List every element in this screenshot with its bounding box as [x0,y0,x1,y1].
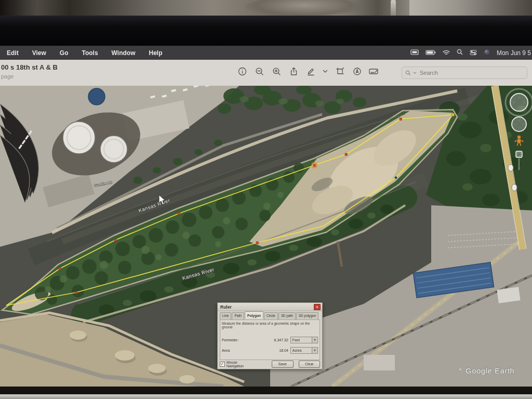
rotate-icon[interactable] [351,64,363,78]
mouse-navigation-label: Mouse Navigation [227,361,255,368]
chevron-down-icon [413,72,417,74]
ruler-dialog-body: Measure the distance or area of a geomet… [220,320,320,360]
save-button[interactable]: Save [272,361,293,368]
menu-view[interactable]: View [25,49,53,57]
monitor-bezel-bottom [0,394,532,399]
menu-help[interactable]: Help [142,49,169,57]
ruler-description: Measure the distance or area of a geomet… [222,322,318,329]
search-icon [405,70,411,76]
document-title: 00 s 18th st A & B [1,63,58,71]
tab-path[interactable]: Path [232,312,244,320]
mouse-navigation-checkbox[interactable]: ✓ [220,362,225,367]
monitor-bezel-top [0,16,532,46]
watermark-dot [459,368,461,370]
ruler-dialog-titlebar[interactable]: Ruler x [218,303,322,311]
tab-3d-polygon[interactable]: 3D polygon [296,312,318,320]
menu-clock[interactable]: Mon Jun 9 5 [497,49,531,57]
perimeter-unit-dropdown[interactable]: Feet ▾ [290,337,318,343]
wifi-icon[interactable] [443,49,450,57]
tab-circle[interactable]: Circle [264,312,278,320]
preview-toolbar: 00 s 18th st A & B page [0,60,532,86]
photo-of-monitor: Edit View Go Tools Window Help Mon Jun 9… [0,0,532,399]
zoom-plus-icon[interactable] [516,151,522,157]
tab-polygon[interactable]: Polygon [245,311,263,318]
markup-icon[interactable] [305,64,316,78]
search-icon[interactable] [457,49,463,57]
area-unit: Acres [291,349,312,352]
ruler-dialog: Ruler x Line Path Polygon Circle 3D path… [217,302,323,369]
polygon-vertex[interactable] [451,113,455,116]
google-earth-map[interactable]: Kansas River Kansas River Sunshine Rd Go… [0,86,532,387]
preview-search-field[interactable] [402,66,527,79]
info-icon[interactable] [236,64,248,78]
share-icon[interactable] [288,64,299,78]
control-center-icon[interactable] [470,49,477,57]
chevron-down-icon[interactable]: ▾ [312,337,317,343]
siri-icon[interactable] [484,49,490,57]
polygon-vertex-blue[interactable] [395,177,397,179]
search-input[interactable] [419,69,504,76]
tab-3d-path[interactable]: 3D path [278,312,296,320]
clear-button[interactable]: Clear [299,361,320,368]
menu-tools[interactable]: Tools [75,49,104,57]
background-glass-object [244,0,364,18]
keyboard-icon[interactable] [410,49,419,57]
ruler-tabs: Line Path Polygon Circle 3D path 3D poly… [220,312,320,320]
document-subtitle: page [1,73,14,79]
area-unit-dropdown[interactable]: Acres ▾ [290,347,318,354]
battery-icon[interactable] [425,49,436,57]
zoom-in-icon[interactable] [271,64,282,78]
perimeter-value: 6,347.32 [251,338,290,342]
crop-icon[interactable] [334,64,345,78]
google-earth-watermark: Google Earth [466,366,514,375]
chevron-down-icon[interactable] [322,64,328,78]
menu-go[interactable]: Go [53,49,75,57]
perimeter-label: Perimeter: [222,338,251,342]
ruler-dialog-title: Ruler [218,304,232,310]
zoom-out-icon[interactable] [254,64,265,78]
menu-edit[interactable]: Edit [0,49,25,57]
area-value: 18.04 [251,349,290,352]
perimeter-unit: Feet [291,338,312,342]
background-light [391,0,396,18]
menu-window[interactable]: Window [105,49,142,57]
fill-sign-icon[interactable] [368,64,380,78]
area-label: Area: [222,349,251,352]
screen: Edit View Go Tools Window Help Mon Jun 9… [0,46,532,394]
tab-line[interactable]: Line [220,312,231,320]
close-icon[interactable]: x [314,304,321,310]
mac-menu-bar: Edit View Go Tools Window Help Mon Jun 9… [0,46,532,60]
chevron-down-icon[interactable]: ▾ [312,348,317,353]
photo-background [0,0,532,18]
